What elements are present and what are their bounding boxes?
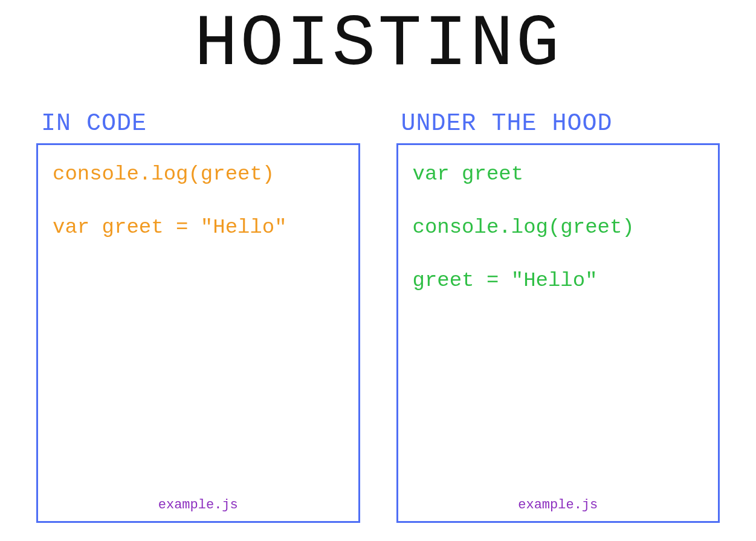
code-line: var greet = "Hello": [53, 214, 344, 241]
code-line: console.log(greet): [413, 214, 704, 241]
in-code-box: console.log(greet) var greet = "Hello" e…: [36, 143, 360, 523]
code-line: var greet: [413, 161, 704, 187]
in-code-heading: IN CODE: [41, 110, 360, 137]
under-the-hood-column: UNDER THE HOOD var greet console.log(gre…: [396, 110, 720, 523]
in-code-column: IN CODE console.log(greet) var greet = "…: [36, 110, 360, 523]
columns: IN CODE console.log(greet) var greet = "…: [36, 110, 720, 523]
under-the-hood-heading: UNDER THE HOOD: [401, 110, 720, 137]
diagram-page: HOISTING IN CODE console.log(greet) var …: [0, 0, 756, 541]
code-line: greet = "Hello": [413, 267, 704, 294]
page-title: HOISTING: [36, 4, 720, 86]
filename-label: example.js: [53, 497, 344, 516]
filename-label: example.js: [413, 497, 704, 516]
code-line: console.log(greet): [53, 161, 344, 187]
under-the-hood-box: var greet console.log(greet) greet = "He…: [396, 143, 720, 523]
